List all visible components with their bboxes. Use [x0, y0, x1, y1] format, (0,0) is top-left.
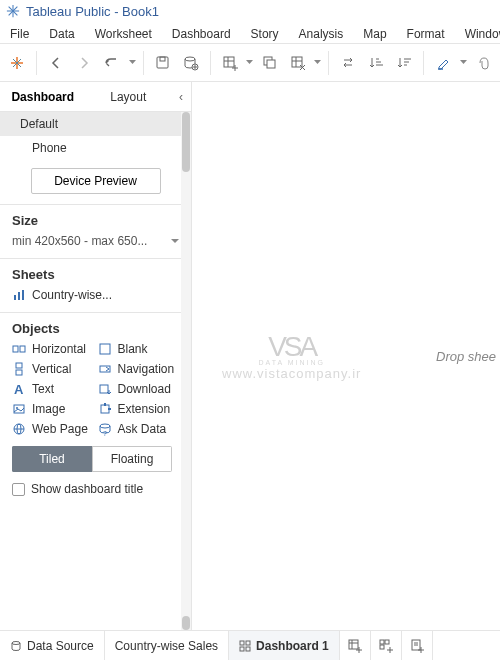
new-data-source-button[interactable] [178, 49, 204, 77]
new-worksheet-button[interactable] [217, 49, 243, 77]
navigation-icon [98, 362, 112, 376]
back-button[interactable] [43, 49, 69, 77]
undo-dropdown[interactable] [128, 49, 137, 77]
blank-icon [98, 342, 112, 356]
svg-rect-38 [13, 346, 18, 352]
size-dropdown[interactable]: min 420x560 - max 650... [12, 234, 179, 248]
vertical-icon [12, 362, 26, 376]
svg-rect-14 [224, 57, 234, 67]
menu-bar: File Data Worksheet Dashboard Story Anal… [0, 22, 500, 44]
dashboard-icon [239, 640, 251, 652]
highlight-button[interactable] [430, 49, 456, 77]
device-default[interactable]: Default [0, 112, 191, 136]
watermark: VSA DATA MINING www.vistacompany.ir [222, 331, 361, 381]
svg-rect-20 [267, 60, 275, 68]
tab-dashboard[interactable]: Dashboard 1 [229, 631, 340, 660]
svg-text:?: ? [103, 430, 107, 436]
menu-data[interactable]: Data [39, 24, 84, 41]
svg-rect-49 [104, 403, 106, 406]
svg-rect-35 [14, 295, 16, 300]
menu-window[interactable]: Window [455, 24, 500, 41]
menu-analysis[interactable]: Analysis [289, 24, 354, 41]
duplicate-button[interactable] [256, 49, 282, 77]
svg-rect-68 [380, 645, 384, 649]
forward-button[interactable] [71, 49, 97, 77]
extension-icon [98, 402, 112, 416]
text-icon: A [12, 382, 26, 396]
chevron-down-icon [171, 239, 179, 244]
bar-chart-icon [12, 288, 26, 302]
data-source-icon [10, 640, 22, 652]
object-image[interactable]: Image [12, 402, 94, 416]
object-horizontal[interactable]: Horizontal [12, 342, 94, 356]
scrollbar-thumb-bottom[interactable] [182, 616, 190, 630]
new-worksheet-dropdown[interactable] [245, 49, 254, 77]
object-extension[interactable]: Extension [98, 402, 180, 416]
svg-rect-58 [246, 641, 250, 645]
svg-rect-45 [100, 385, 108, 393]
window-title: Tableau Public - Book1 [26, 4, 159, 19]
sheets-section-title: Sheets [12, 267, 179, 282]
menu-map[interactable]: Map [353, 24, 396, 41]
object-blank[interactable]: Blank [98, 342, 180, 356]
bottom-tab-bar: Data Source Country-wise Sales Dashboard… [0, 630, 500, 660]
show-dashboard-title-checkbox[interactable]: Show dashboard title [12, 482, 179, 496]
object-askdata[interactable]: ?Ask Data [98, 422, 180, 436]
tab-sheet[interactable]: Country-wise Sales [105, 631, 229, 660]
image-icon [12, 402, 26, 416]
menu-file[interactable]: File [0, 24, 39, 41]
svg-rect-39 [20, 346, 25, 352]
menu-format[interactable]: Format [397, 24, 455, 41]
svg-rect-57 [240, 641, 244, 645]
device-preview-button[interactable]: Device Preview [31, 168, 161, 194]
attachment-button[interactable] [470, 49, 496, 77]
object-vertical[interactable]: Vertical [12, 362, 94, 376]
svg-rect-37 [22, 290, 24, 300]
new-worksheet-tab[interactable] [340, 631, 371, 660]
highlight-dropdown[interactable] [459, 49, 468, 77]
svg-text:A: A [14, 382, 24, 396]
pane-collapse-button[interactable]: ‹ [171, 90, 191, 104]
scrollbar-thumb-top[interactable] [182, 112, 190, 172]
sheet-label: Country-wise... [32, 288, 112, 302]
drop-hint: Drop shee [436, 349, 496, 364]
pane-tab-layout[interactable]: Layout [86, 84, 172, 110]
clear-button[interactable] [285, 49, 311, 77]
svg-rect-40 [100, 344, 110, 354]
pane-tab-dashboard[interactable]: Dashboard [0, 84, 86, 110]
new-story-tab[interactable] [402, 631, 433, 660]
undo-button[interactable] [99, 49, 125, 77]
object-download[interactable]: Download [98, 382, 180, 396]
tableau-logo-button[interactable] [4, 49, 30, 77]
object-navigation[interactable]: Navigation [98, 362, 180, 376]
svg-rect-60 [246, 647, 250, 651]
objects-section-title: Objects [12, 321, 179, 336]
swap-button[interactable] [335, 49, 361, 77]
sort-desc-button[interactable] [391, 49, 417, 77]
download-icon [98, 382, 112, 396]
menu-worksheet[interactable]: Worksheet [85, 24, 162, 41]
new-dashboard-tab[interactable] [371, 631, 402, 660]
size-section-title: Size [12, 213, 179, 228]
svg-rect-61 [349, 640, 358, 649]
svg-rect-50 [108, 408, 111, 410]
webpage-icon [12, 422, 26, 436]
sheet-item[interactable]: Country-wise... [12, 288, 179, 302]
dashboard-canvas[interactable]: VSA DATA MINING www.vistacompany.ir Drop… [192, 82, 500, 630]
svg-rect-8 [157, 57, 168, 68]
sort-asc-button[interactable] [363, 49, 389, 77]
floating-button[interactable]: Floating [92, 446, 172, 472]
tiled-button[interactable]: Tiled [12, 446, 92, 472]
clear-dropdown[interactable] [313, 49, 322, 77]
menu-dashboard[interactable]: Dashboard [162, 24, 241, 41]
askdata-icon: ? [98, 422, 112, 436]
tab-data-source[interactable]: Data Source [0, 631, 105, 660]
save-button[interactable] [150, 49, 176, 77]
device-phone[interactable]: Phone [0, 136, 191, 160]
menu-story[interactable]: Story [241, 24, 289, 41]
svg-rect-59 [240, 647, 244, 651]
horizontal-icon [12, 342, 26, 356]
object-webpage[interactable]: Web Page [12, 422, 94, 436]
pane-scrollbar[interactable] [181, 112, 191, 630]
object-text[interactable]: AText [12, 382, 94, 396]
